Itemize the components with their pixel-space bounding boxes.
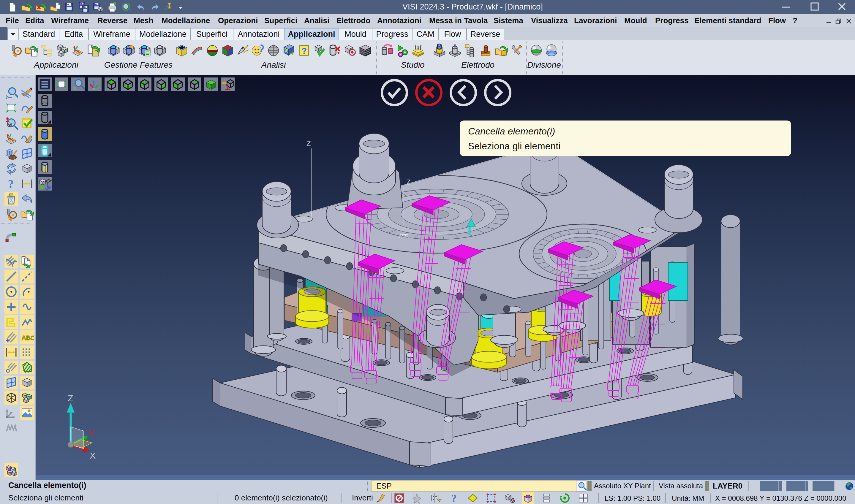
- svg-text:?: ?: [301, 46, 307, 55]
- svg-text:Z: Z: [68, 393, 73, 403]
- svg-text:?: ?: [8, 177, 14, 191]
- svg-text:X: X: [90, 451, 96, 461]
- svg-text:Y: Y: [89, 428, 94, 438]
- svg-text:Z: Z: [306, 140, 311, 147]
- svg-text:ABC: ABC: [21, 334, 34, 342]
- svg-text:Z: Z: [406, 178, 411, 186]
- svg-text:?: ?: [451, 493, 457, 504]
